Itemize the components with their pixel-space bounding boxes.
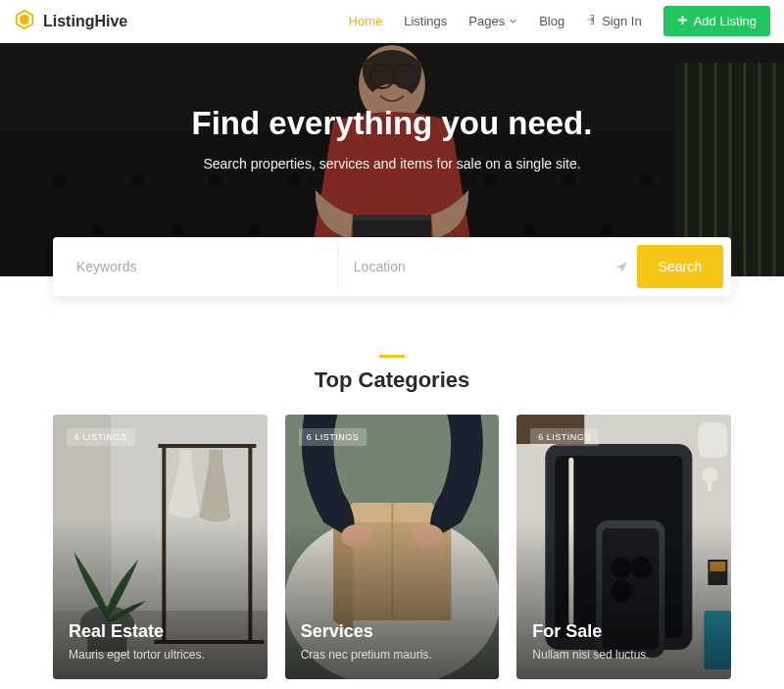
brand[interactable]: ListingHive xyxy=(14,9,127,34)
category-desc: Nullam nisi sed luctus. xyxy=(532,648,715,662)
category-name: For Sale xyxy=(532,621,715,642)
chevron-down-icon xyxy=(509,14,517,28)
signin-icon xyxy=(586,14,598,28)
nav-signin-label: Sign In xyxy=(602,14,641,28)
top-categories: Top Categories xyxy=(53,355,731,679)
category-card-for-sale[interactable]: 6 LISTINGS For Sale Nullam nisi sed luct… xyxy=(516,415,731,679)
hero-content: Find everything you need. Search propert… xyxy=(0,43,784,276)
categories-title: Top Categories xyxy=(53,368,731,393)
nav-signin[interactable]: Sign In xyxy=(586,14,641,28)
nav-pages-label: Pages xyxy=(468,14,505,28)
logo-icon xyxy=(14,9,35,34)
listings-badge: 6 LISTINGS xyxy=(67,428,135,446)
header: ListingHive Home Listings Pages Blog Sig… xyxy=(0,0,784,43)
add-listing-button[interactable]: Add Listing xyxy=(663,6,770,36)
add-listing-label: Add Listing xyxy=(694,14,757,28)
category-card-services[interactable]: 6 LISTINGS Services Cras nec pretium mau… xyxy=(285,415,500,679)
listings-badge: 6 LISTINGS xyxy=(299,428,368,446)
category-name: Services xyxy=(301,621,484,642)
hero-subtitle: Search properties, services and items fo… xyxy=(203,156,580,172)
plus-icon xyxy=(677,14,688,28)
nav-blog[interactable]: Blog xyxy=(539,14,564,28)
nav-pages[interactable]: Pages xyxy=(468,14,517,28)
category-card-real-estate[interactable]: 6 LISTINGS Real Estate Mauris eget torto… xyxy=(53,415,268,679)
category-desc: Mauris eget tortor ultrices. xyxy=(69,648,252,662)
listings-badge: 6 LISTINGS xyxy=(530,428,599,446)
category-name: Real Estate xyxy=(69,621,252,642)
nav-home[interactable]: Home xyxy=(349,14,383,28)
hero-title: Find everything you need. xyxy=(192,105,593,142)
accent-line xyxy=(379,355,405,358)
category-desc: Cras nec pretium mauris. xyxy=(301,648,484,662)
main-nav: Home Listings Pages Blog Sign In Add Lis… xyxy=(349,6,770,36)
hero: Find everything you need. Search propert… xyxy=(0,43,784,276)
brand-name: ListingHive xyxy=(43,13,127,30)
nav-listings[interactable]: Listings xyxy=(404,14,447,28)
